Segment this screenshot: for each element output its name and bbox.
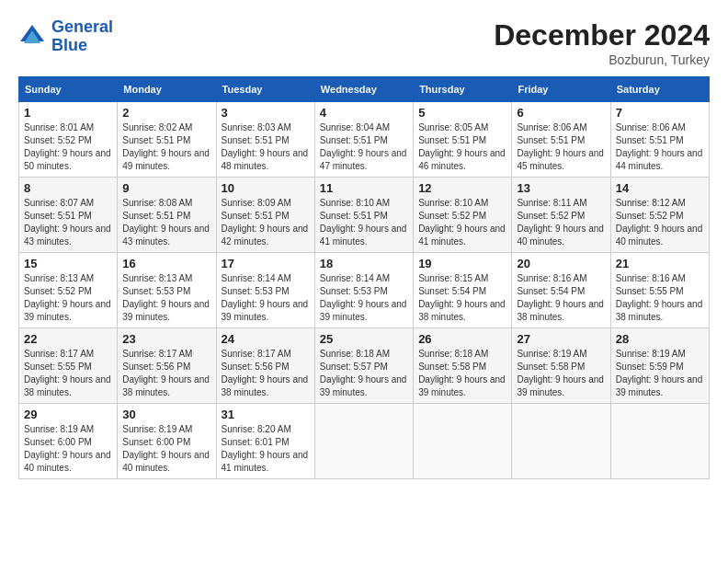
day-number: 8 (24, 181, 112, 195)
calendar-cell: 16Sunrise: 8:13 AM Sunset: 5:53 PM Dayli… (118, 253, 216, 328)
logo: General Blue (18, 18, 113, 55)
calendar-body: 1Sunrise: 8:01 AM Sunset: 5:52 PM Daylig… (19, 102, 710, 479)
cell-info: Sunrise: 8:02 AM Sunset: 5:51 PM Dayligh… (122, 121, 210, 173)
cell-info: Sunrise: 8:19 AM Sunset: 5:58 PM Dayligh… (517, 348, 605, 399)
calendar-cell: 4Sunrise: 8:04 AM Sunset: 5:51 PM Daylig… (314, 102, 413, 178)
calendar-cell: 20Sunrise: 8:16 AM Sunset: 5:54 PM Dayli… (512, 253, 610, 328)
calendar-cell: 14Sunrise: 8:12 AM Sunset: 5:52 PM Dayli… (610, 178, 709, 253)
calendar-cell: 2Sunrise: 8:02 AM Sunset: 5:51 PM Daylig… (118, 102, 216, 178)
day-number: 5 (418, 106, 506, 120)
day-number: 22 (24, 332, 112, 346)
calendar-cell (610, 404, 709, 479)
calendar-cell: 29Sunrise: 8:19 AM Sunset: 6:00 PM Dayli… (19, 404, 118, 479)
cell-info: Sunrise: 8:08 AM Sunset: 5:51 PM Dayligh… (122, 197, 210, 248)
calendar-cell: 23Sunrise: 8:17 AM Sunset: 5:56 PM Dayli… (118, 328, 216, 404)
header-wednesday: Wednesday (314, 77, 413, 102)
cell-info: Sunrise: 8:06 AM Sunset: 5:51 PM Dayligh… (517, 121, 605, 173)
day-number: 6 (517, 106, 605, 120)
cell-info: Sunrise: 8:17 AM Sunset: 5:56 PM Dayligh… (222, 348, 310, 399)
day-number: 3 (222, 106, 310, 120)
day-number: 28 (616, 332, 704, 346)
calendar-cell: 18Sunrise: 8:14 AM Sunset: 5:53 PM Dayli… (314, 253, 413, 328)
calendar-week-1: 8Sunrise: 8:07 AM Sunset: 5:51 PM Daylig… (19, 178, 710, 253)
cell-info: Sunrise: 8:14 AM Sunset: 5:53 PM Dayligh… (222, 272, 310, 324)
calendar-cell: 31Sunrise: 8:20 AM Sunset: 6:01 PM Dayli… (216, 404, 314, 479)
day-number: 17 (222, 257, 310, 270)
calendar-week-4: 29Sunrise: 8:19 AM Sunset: 6:00 PM Dayli… (19, 404, 710, 479)
cell-info: Sunrise: 8:04 AM Sunset: 5:51 PM Dayligh… (320, 121, 408, 173)
cell-info: Sunrise: 8:20 AM Sunset: 6:01 PM Dayligh… (222, 423, 310, 475)
calendar-cell: 3Sunrise: 8:03 AM Sunset: 5:51 PM Daylig… (216, 102, 314, 178)
day-number: 30 (122, 408, 210, 421)
header-saturday: Saturday (610, 77, 709, 102)
day-number: 16 (122, 257, 210, 270)
cell-info: Sunrise: 8:11 AM Sunset: 5:52 PM Dayligh… (517, 197, 605, 248)
calendar-cell (512, 404, 610, 479)
header-thursday: Thursday (414, 77, 512, 102)
title-area: December 2024 Bozburun, Turkey (494, 18, 710, 67)
calendar-table: SundayMondayTuesdayWednesdayThursdayFrid… (18, 76, 710, 479)
calendar-cell: 5Sunrise: 8:05 AM Sunset: 5:51 PM Daylig… (414, 102, 512, 178)
location: Bozburun, Turkey (494, 52, 710, 67)
calendar-cell: 10Sunrise: 8:09 AM Sunset: 5:51 PM Dayli… (216, 178, 314, 253)
calendar-cell: 7Sunrise: 8:06 AM Sunset: 5:51 PM Daylig… (610, 102, 709, 178)
day-number: 9 (122, 181, 210, 195)
day-number: 21 (616, 257, 704, 270)
cell-info: Sunrise: 8:17 AM Sunset: 5:56 PM Dayligh… (122, 348, 210, 399)
calendar-week-0: 1Sunrise: 8:01 AM Sunset: 5:52 PM Daylig… (19, 102, 710, 178)
day-number: 7 (616, 106, 704, 120)
day-number: 23 (122, 332, 210, 346)
calendar-cell: 8Sunrise: 8:07 AM Sunset: 5:51 PM Daylig… (19, 178, 118, 253)
cell-info: Sunrise: 8:19 AM Sunset: 6:00 PM Dayligh… (24, 423, 112, 475)
day-number: 20 (517, 257, 605, 270)
calendar-cell: 13Sunrise: 8:11 AM Sunset: 5:52 PM Dayli… (512, 178, 610, 253)
cell-info: Sunrise: 8:10 AM Sunset: 5:51 PM Dayligh… (320, 197, 408, 248)
calendar-cell: 1Sunrise: 8:01 AM Sunset: 5:52 PM Daylig… (19, 102, 118, 178)
calendar-cell: 30Sunrise: 8:19 AM Sunset: 6:00 PM Dayli… (118, 404, 216, 479)
cell-info: Sunrise: 8:14 AM Sunset: 5:53 PM Dayligh… (320, 272, 408, 324)
header-friday: Friday (512, 77, 610, 102)
calendar-week-2: 15Sunrise: 8:13 AM Sunset: 5:52 PM Dayli… (19, 253, 710, 328)
calendar-cell: 17Sunrise: 8:14 AM Sunset: 5:53 PM Dayli… (216, 253, 314, 328)
cell-info: Sunrise: 8:10 AM Sunset: 5:52 PM Dayligh… (418, 197, 506, 248)
day-number: 13 (517, 181, 605, 195)
cell-info: Sunrise: 8:18 AM Sunset: 5:58 PM Dayligh… (418, 348, 506, 399)
day-number: 12 (418, 181, 506, 195)
calendar-cell (314, 404, 413, 479)
cell-info: Sunrise: 8:16 AM Sunset: 5:55 PM Dayligh… (616, 272, 704, 324)
cell-info: Sunrise: 8:18 AM Sunset: 5:57 PM Dayligh… (320, 348, 408, 399)
cell-info: Sunrise: 8:06 AM Sunset: 5:51 PM Dayligh… (616, 121, 704, 173)
logo-line1: General (51, 17, 113, 36)
month-title: December 2024 (494, 18, 710, 52)
header-sunday: Sunday (19, 77, 118, 102)
cell-info: Sunrise: 8:15 AM Sunset: 5:54 PM Dayligh… (418, 272, 506, 324)
calendar-header: SundayMondayTuesdayWednesdayThursdayFrid… (19, 77, 710, 102)
day-number: 25 (320, 332, 408, 346)
cell-info: Sunrise: 8:13 AM Sunset: 5:52 PM Dayligh… (24, 272, 112, 324)
cell-info: Sunrise: 8:12 AM Sunset: 5:52 PM Dayligh… (616, 197, 704, 248)
cell-info: Sunrise: 8:07 AM Sunset: 5:51 PM Dayligh… (24, 197, 112, 248)
day-number: 1 (24, 106, 112, 120)
cell-info: Sunrise: 8:03 AM Sunset: 5:51 PM Dayligh… (222, 121, 310, 173)
day-number: 27 (517, 332, 605, 346)
calendar-cell: 12Sunrise: 8:10 AM Sunset: 5:52 PM Dayli… (414, 178, 512, 253)
header-row: SundayMondayTuesdayWednesdayThursdayFrid… (19, 77, 710, 102)
day-number: 18 (320, 257, 408, 270)
calendar-cell: 9Sunrise: 8:08 AM Sunset: 5:51 PM Daylig… (118, 178, 216, 253)
day-number: 2 (122, 106, 210, 120)
calendar-week-3: 22Sunrise: 8:17 AM Sunset: 5:55 PM Dayli… (19, 328, 710, 404)
calendar-cell: 15Sunrise: 8:13 AM Sunset: 5:52 PM Dayli… (19, 253, 118, 328)
calendar-cell: 27Sunrise: 8:19 AM Sunset: 5:58 PM Dayli… (512, 328, 610, 404)
day-number: 26 (418, 332, 506, 346)
logo-line2: Blue (51, 36, 87, 54)
day-number: 10 (222, 181, 310, 195)
day-number: 29 (24, 408, 112, 421)
header-monday: Monday (118, 77, 216, 102)
day-number: 4 (320, 106, 408, 120)
calendar-cell: 11Sunrise: 8:10 AM Sunset: 5:51 PM Dayli… (314, 178, 413, 253)
cell-info: Sunrise: 8:19 AM Sunset: 6:00 PM Dayligh… (122, 423, 210, 475)
calendar-cell: 28Sunrise: 8:19 AM Sunset: 5:59 PM Dayli… (610, 328, 709, 404)
calendar-cell: 25Sunrise: 8:18 AM Sunset: 5:57 PM Dayli… (314, 328, 413, 404)
day-number: 11 (320, 181, 408, 195)
page-header: General Blue December 2024 Bozburun, Tur… (18, 18, 710, 67)
